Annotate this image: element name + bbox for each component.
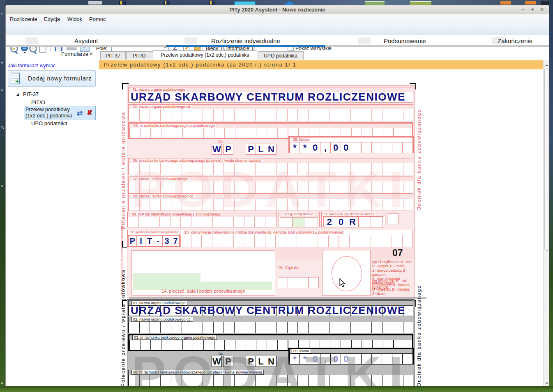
desktop-icon-text: A bbox=[1, 61, 3, 64]
tree-item-line1: Przelew podatkowy bbox=[25, 107, 72, 113]
desktop-icon-text: e bbox=[1, 11, 2, 15]
wizard-tab-zakonczenie[interactable]: Zakończenie bbox=[498, 37, 532, 44]
form-tab-przelew-active[interactable]: Przelew podatkowy (1x2 odc.) podatnika bbox=[153, 50, 257, 60]
desktop-right-strip bbox=[549, 0, 553, 392]
wizard-tab-asystent[interactable]: Asystent bbox=[74, 37, 98, 44]
wizard-tab-rozliczenie-indywidualne[interactable]: Rozliczenie indywidualne bbox=[211, 37, 280, 44]
wizard-tab-icon bbox=[184, 37, 197, 44]
row-04-05: 04. WP PLN 05. kwota **0,00 bbox=[127, 140, 412, 157]
field-13[interactable]: 13. identyfikacja zobowiązania (rodzaj d… bbox=[179, 230, 412, 247]
desktop-icon-fragment bbox=[88, 1, 102, 5]
field-09-label: 09. NIP lub identyfikator uzupełniający … bbox=[131, 212, 222, 216]
field-13-label: 13. identyfikacja zobowiązania (rodzaj d… bbox=[183, 230, 344, 234]
desktop-icon-fragment bbox=[500, 1, 511, 5]
field-03-label: 03. nr rachunku bankowego organu podatko… bbox=[132, 335, 217, 340]
field-05-label: 05. kwota bbox=[292, 349, 311, 353]
form-tab-pito[interactable]: PIT/O bbox=[126, 51, 152, 60]
swap-icon[interactable]: ⇄ bbox=[77, 109, 83, 117]
add-form-button[interactable]: + Dodaj nowy formularz bbox=[8, 70, 96, 87]
scrollbar-thumb[interactable] bbox=[544, 68, 549, 251]
field-11-label: 11. okres (rok, typ okresu, nr okresu) bbox=[323, 212, 376, 216]
menu-widok[interactable]: Widok bbox=[67, 16, 82, 22]
which-form-link[interactable]: Jaki formularz wybrać bbox=[8, 63, 55, 69]
field-12-cells[interactable]: PIT-37 bbox=[128, 235, 180, 247]
tree-expander-icon[interactable] bbox=[16, 93, 19, 96]
form-side-label-left: Polecenie przelewu / wpłata gotówkowa bbox=[120, 332, 126, 386]
form-side-label-right: Odcinek dla banku zobowiązanego bbox=[416, 118, 422, 211]
scroll-up-button[interactable] bbox=[544, 61, 549, 67]
vertical-scrollbar[interactable] bbox=[543, 60, 549, 386]
minimize-button[interactable]: – bbox=[519, 6, 527, 13]
form-tab-pit37[interactable]: PIT-37 bbox=[100, 51, 126, 60]
form-canvas: Polecenie przelewu / wpłata gotówkowa Od… bbox=[99, 69, 543, 386]
field-11[interactable]: 11. okres (rok, typ okresu, nr okresu) 2… bbox=[321, 212, 385, 227]
close-button[interactable]: × bbox=[538, 6, 546, 13]
app-window: PITy 2020 Asystent - Nowe rozliczenie – … bbox=[5, 5, 549, 386]
field-05-kwota[interactable]: 05. kwota **0,00 bbox=[288, 348, 414, 364]
desktop-left-strip: e A 2 Ty A D bbox=[0, 0, 5, 392]
tree-item-pit37[interactable]: PIT-37 bbox=[23, 91, 39, 97]
collapse-sidebar-button[interactable]: « bbox=[90, 50, 93, 57]
field-02-label: 02. nazwa organu podatkowego cd. bbox=[131, 317, 193, 322]
field-06-label: 06. nr rachunku bankowego zobowiązanego … bbox=[131, 158, 263, 163]
tree-item-przelew-selected[interactable]: Przelew podatkowy (1x2 odc.) podatnika ⇄… bbox=[24, 106, 96, 120]
field-12[interactable]: 12. symbol formularza lub płatności PIT-… bbox=[127, 230, 179, 247]
field-05-kwota[interactable]: 05. kwota **0,00 bbox=[288, 136, 414, 153]
menu-edycja[interactable]: Edycja bbox=[44, 16, 60, 22]
wizard-tab-icon bbox=[25, 37, 38, 44]
wizard-tab-row: Asystent Rozliczenie indywidualne Podsum… bbox=[6, 35, 549, 45]
field-01-label: 01. nazwa organu podatkowego bbox=[131, 301, 187, 305]
field-10[interactable]: 10. typ identyfikatora bbox=[279, 212, 320, 227]
field-14-label: 14. pieczęć, data i podpis zobowiązanego bbox=[132, 289, 275, 293]
desktop-icon-fragment bbox=[210, 1, 212, 5]
delete-icon[interactable]: ✘ bbox=[87, 108, 92, 116]
desktop-icon-fragment bbox=[120, 1, 122, 5]
menu-rozliczenie[interactable]: Rozliczenie bbox=[10, 16, 37, 22]
desktop-icon-fragment bbox=[165, 1, 166, 5]
stamp-box bbox=[322, 250, 371, 296]
tree-item-upo[interactable]: UPO podatnika bbox=[31, 120, 67, 126]
plus-icon: + bbox=[15, 79, 20, 84]
sidebar-header: Formularze bbox=[61, 51, 88, 57]
tree-item-pito[interactable]: PIT/O bbox=[31, 99, 45, 105]
field-05-cells[interactable]: **0,00 bbox=[290, 353, 413, 364]
page-banner: Przelew podatkowy (1x2 odc.) podatnika (… bbox=[99, 60, 543, 69]
field-04-label: 04. bbox=[219, 352, 224, 356]
field-04-wp[interactable]: WP bbox=[212, 144, 235, 155]
form-side-label-right: Odcinek dla banku zobowiązanego bbox=[416, 332, 422, 386]
tree-item-line2: (1x2 odc.) podatnika bbox=[25, 113, 72, 119]
row-09-10-11: 09. NIP lub identyfikator uzupełniający … bbox=[127, 211, 412, 229]
row-12-13: 12. symbol formularza lub płatności PIT-… bbox=[127, 230, 412, 247]
title-bar[interactable]: PITy 2020 Asystent - Nowe rozliczenie – … bbox=[6, 5, 549, 15]
scroll-down-button[interactable] bbox=[544, 380, 549, 386]
menu-bar: Rozliczenie Edycja Widok Pomoc bbox=[6, 14, 549, 24]
form-separator-line bbox=[129, 298, 426, 298]
toolbar: + ↔ − Pole: Σ Błędy: 0, informacje: 0 Po… bbox=[6, 24, 549, 35]
wizard-tab-podsumowanie[interactable]: Podsumowanie bbox=[384, 37, 426, 44]
menu-pomoc[interactable]: Pomoc bbox=[89, 16, 106, 22]
active-tab-indicator bbox=[166, 45, 325, 47]
form-tab-upo[interactable]: UPO podatnika bbox=[258, 51, 304, 60]
field-14-stamp-area[interactable]: 14. pieczęć, data i podpis zobowiązanego bbox=[131, 250, 275, 296]
field-10-cells[interactable] bbox=[280, 217, 318, 227]
field-05-cells[interactable]: **0,00 bbox=[290, 142, 413, 153]
field-04-currency: PLN bbox=[246, 356, 276, 367]
desktop-icon-text: A bbox=[1, 184, 3, 188]
field-06-label: 06. nr rachunku bankowego zobowiązanego … bbox=[131, 370, 264, 375]
field-04-wp[interactable]: WP bbox=[212, 356, 235, 367]
add-form-button-label: Dodaj nowy formularz bbox=[28, 75, 92, 82]
tree-item-label: Przelew podatkowy (1x2 odc.) podatnika bbox=[25, 107, 72, 119]
section-number: 07 bbox=[392, 248, 403, 259]
stamp-circle bbox=[332, 256, 362, 291]
field-11-extra-cell[interactable] bbox=[387, 213, 399, 224]
field-11-cells[interactable]: 20R bbox=[323, 216, 383, 227]
maximize-button[interactable]: + bbox=[529, 6, 536, 13]
field-01-value[interactable]: URZĄD SKARBOWY CENTRUM ROZLICZENIOWE bbox=[131, 91, 406, 103]
field-09[interactable]: 09. NIP lub identyfikator uzupełniający … bbox=[127, 212, 277, 227]
transfer-form-copy1: PODATKI 01. nazwa organu podatkowego URZ… bbox=[127, 85, 415, 298]
field-12-label: 12. symbol formularza lub płatności bbox=[129, 230, 180, 234]
field-15-cells[interactable] bbox=[278, 277, 319, 288]
desktop-icon-text: 2 bbox=[1, 88, 2, 92]
period-type-note: typ okresu: np. R - rok, P - półrocze, K… bbox=[372, 279, 410, 296]
field-01-value[interactable]: URZĄD SKARBOWY CENTRUM ROZLICZENIOWE bbox=[131, 304, 406, 317]
